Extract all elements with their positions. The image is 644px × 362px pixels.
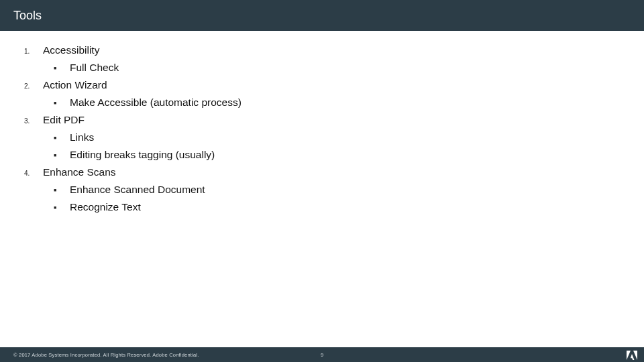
sublist-label: Editing breaks tagging (usually) — [70, 149, 215, 161]
list-number: 2. — [24, 82, 43, 90]
copyright-text: © 2017 Adobe Systems Incorporated. All R… — [0, 352, 199, 358]
sublist-label: Full Check — [70, 62, 119, 74]
sublist-item: ■ Enhance Scanned Document — [54, 184, 620, 196]
sublist-item: ■ Recognize Text — [54, 201, 620, 213]
footer-bar: © 2017 Adobe Systems Incorporated. All R… — [0, 347, 644, 362]
slide-body: 1. Accessibility ■ Full Check 2. Action … — [0, 31, 644, 213]
list-item: 3. Edit PDF — [24, 114, 620, 126]
bullet-icon: ■ — [54, 101, 70, 105]
list-item: 1. Accessibility — [24, 44, 620, 56]
sublist-item: ■ Editing breaks tagging (usually) — [54, 149, 620, 161]
bullet-icon: ■ — [54, 188, 70, 192]
sublist-item: ■ Make Accessible (automatic process) — [54, 97, 620, 109]
list-label: Enhance Scans — [43, 166, 116, 178]
sublist-label: Recognize Text — [70, 201, 141, 213]
bullet-icon: ■ — [54, 66, 70, 70]
list-label: Accessibility — [43, 44, 99, 56]
list-item: 4. Enhance Scans — [24, 166, 620, 178]
sublist: ■ Make Accessible (automatic process) — [24, 97, 620, 109]
sublist: ■ Full Check — [24, 62, 620, 74]
sublist-label: Make Accessible (automatic process) — [70, 97, 241, 109]
sublist-item: ■ Links — [54, 131, 620, 143]
sublist: ■ Enhance Scanned Document ■ Recognize T… — [24, 184, 620, 213]
list-number: 4. — [24, 170, 43, 177]
bullet-icon: ■ — [54, 153, 70, 158]
bullet-icon: ■ — [54, 205, 70, 210]
list-number: 1. — [24, 48, 43, 55]
adobe-logo-icon — [627, 351, 637, 360]
outline-list: 1. Accessibility ■ Full Check 2. Action … — [24, 44, 620, 213]
title-bar: Tools — [0, 0, 644, 31]
sublist-label: Enhance Scanned Document — [70, 184, 205, 196]
sublist-item: ■ Full Check — [54, 62, 620, 74]
bullet-icon: ■ — [54, 135, 70, 140]
list-label: Action Wizard — [43, 79, 107, 91]
page-number: 9 — [321, 352, 323, 358]
list-label: Edit PDF — [43, 114, 85, 126]
sublist: ■ Links ■ Editing breaks tagging (usuall… — [24, 131, 620, 161]
list-item: 2. Action Wizard — [24, 79, 620, 91]
slide-title: Tools — [13, 9, 42, 23]
sublist-label: Links — [70, 131, 94, 143]
list-number: 3. — [24, 117, 43, 125]
